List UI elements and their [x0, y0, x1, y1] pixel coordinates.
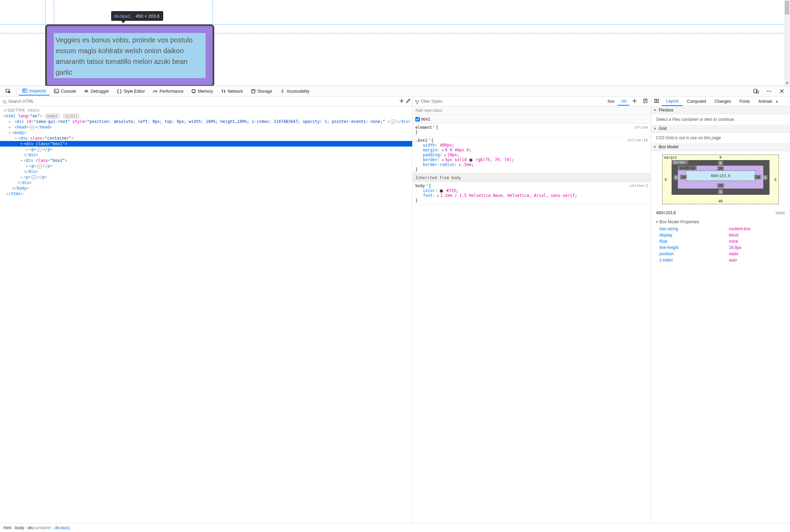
bm-prop-name: box-sizing — [659, 226, 729, 231]
box-model-diagram[interactable]: margin 0 0 40 0 border 5 5 5 5 padding — [662, 155, 779, 204]
filter-styles-input[interactable] — [421, 98, 604, 105]
inspected-element-overlay: Veggies es bonus vobis, proinde vos post… — [45, 24, 214, 86]
page-viewport: Veggies es bonus vobis, proinde vos post… — [0, 0, 790, 86]
svg-point-12 — [3, 100, 6, 103]
bm-prop-value: none — [729, 239, 738, 244]
dom-selected-node[interactable]: ▾<div class="box1"> — [0, 141, 412, 147]
cls-toggle-button[interactable]: .cls — [617, 97, 629, 106]
add-element-button[interactable] — [399, 98, 404, 105]
breadcrumb-item[interactable]: div.container — [28, 525, 51, 530]
responsive-mode-button[interactable] — [750, 87, 762, 95]
sidebar-tab-layout[interactable]: Layout — [662, 97, 683, 106]
breadcrumb-item[interactable]: div.box1 — [55, 525, 70, 530]
devtools-toolbar: Inspector Console Debugger Style Editor … — [0, 86, 790, 97]
bm-prop-value: block — [729, 233, 739, 238]
svg-point-10 — [768, 91, 770, 92]
inherited-header: Inherited from body — [413, 174, 651, 182]
sidebar-tab-fonts[interactable]: Fonts — [735, 97, 754, 106]
scroll-badge[interactable]: scroll — [63, 114, 79, 118]
bm-prop-value: auto — [729, 258, 737, 263]
expand-twisty[interactable]: ▸ — [8, 119, 12, 124]
breadcrumb-item[interactable]: html — [3, 525, 11, 530]
grid-message: CSS Grid is not in use on this page — [651, 133, 790, 143]
box-model-section-header[interactable]: ▾Box Model — [651, 143, 790, 151]
breadcrumb: html › body › div.container › div.box1 — [0, 523, 790, 532]
sidebar-tab-animations[interactable]: Animati — [754, 97, 776, 106]
bm-prop-name: line-height — [659, 245, 729, 250]
svg-point-5 — [251, 89, 255, 91]
flexbox-message: Select a Flex container or item to conti… — [651, 114, 790, 125]
breadcrumb-item[interactable]: body — [15, 525, 24, 530]
tab-debugger[interactable]: Debugger — [80, 87, 113, 95]
svg-point-6 — [282, 89, 283, 90]
layout-sidebar: Layout Computed Changes Fonts Animati ▸ … — [651, 97, 790, 523]
bm-prop-name: float — [659, 239, 729, 244]
box-model-position: static — [775, 210, 785, 215]
bm-prop-value: static — [729, 251, 739, 256]
eyedropper-button[interactable] — [406, 98, 411, 105]
search-icon — [2, 99, 7, 106]
meatball-menu-button[interactable] — [763, 87, 775, 95]
tab-storage[interactable]: Storage — [247, 87, 276, 95]
tab-memory[interactable]: Memory — [188, 87, 216, 95]
bm-prop-value: content-box — [729, 226, 751, 231]
class-label: box1 — [421, 117, 430, 122]
dom-search-input[interactable] — [1, 98, 62, 105]
rules-panel: :hov .cls Add new class box1 element⠿ {i… — [413, 97, 651, 523]
bm-prop-name: position — [659, 251, 729, 256]
box-model-dimensions: 450×203.6 — [656, 210, 676, 215]
add-class-input[interactable]: Add new class — [413, 106, 651, 115]
viewport-scrollbar[interactable]: ▴ ▾ — [784, 0, 790, 86]
element-info-tooltip: div.box1 450 × 203.6 — [111, 11, 163, 21]
tab-inspector[interactable]: Inspector — [19, 87, 50, 95]
tab-style-editor[interactable]: Style Editor — [113, 87, 148, 95]
filter-icon — [415, 100, 420, 106]
sidebar-expand-button[interactable] — [651, 97, 662, 106]
toggle-light-button[interactable] — [640, 97, 651, 106]
inspected-element-text: Veggies es bonus vobis, proinde vos post… — [56, 35, 204, 78]
svg-point-11 — [770, 91, 771, 92]
bm-prop-name: z-index — [659, 258, 729, 263]
pseudo-hov-button[interactable]: :hov — [604, 98, 617, 105]
svg-rect-3 — [55, 89, 59, 93]
class-checkbox-box1[interactable] — [415, 117, 420, 122]
bm-prop-value: 28.8px — [729, 245, 741, 250]
bm-prop-name: display — [659, 233, 729, 238]
tab-network[interactable]: Network — [217, 87, 247, 95]
svg-rect-4 — [192, 90, 195, 93]
new-rule-button[interactable] — [629, 97, 640, 106]
pick-element-button[interactable] — [2, 87, 14, 95]
close-devtools-button[interactable] — [776, 87, 788, 95]
dom-tree[interactable]: <!DOCTYPE html> <html lang="en"> event s… — [0, 106, 412, 523]
svg-point-9 — [767, 91, 768, 92]
sidebar-tab-changes[interactable]: Changes — [710, 97, 735, 106]
tab-console[interactable]: Console — [50, 87, 80, 95]
tab-accessibility[interactable]: Accessibility — [276, 87, 313, 95]
flexbox-section-header[interactable]: ▾Flexbox — [651, 106, 790, 114]
sidebar-tab-computed[interactable]: Computed — [683, 97, 710, 106]
event-badge[interactable]: event — [45, 114, 59, 118]
grid-section-header[interactable]: ▾Grid — [651, 125, 790, 133]
tab-performance[interactable]: Performance — [149, 87, 187, 95]
dom-panel: <!DOCTYPE html> <html lang="en"> event s… — [0, 97, 413, 523]
svg-rect-2 — [24, 90, 25, 91]
